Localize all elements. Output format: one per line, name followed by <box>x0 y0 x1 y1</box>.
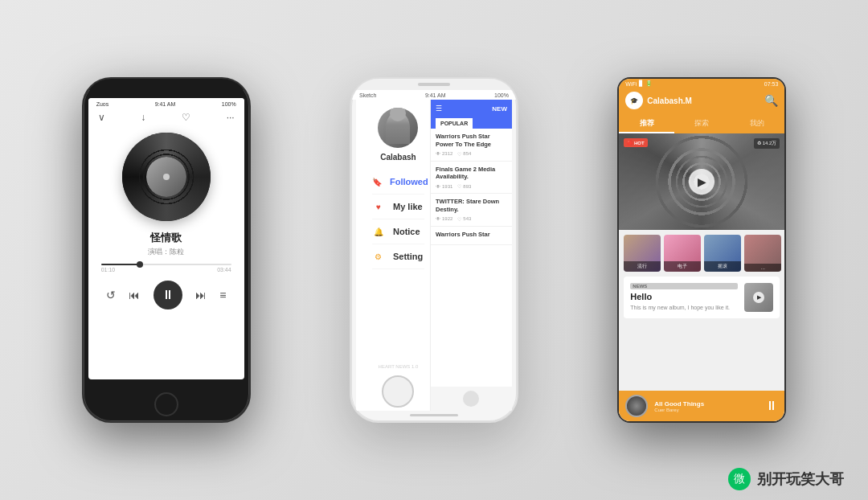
eye-icon: 👁 <box>436 151 440 156</box>
phone3-player-bar: All Good Things Cuer Barey ⏸ <box>619 391 784 421</box>
genre-thumb-2[interactable]: 电子 <box>664 235 701 272</box>
right-panel-footer <box>431 387 512 411</box>
prev-button[interactable]: ⏮ <box>129 289 140 301</box>
repeat-button[interactable]: ↺ <box>106 289 116 301</box>
followed-label: Followed <box>390 177 428 186</box>
phone2-right-panel: ☰ NEW POPULAR Warriors Push Star Power T… <box>430 100 512 411</box>
phone2-iphone-white: Sketch 9:41 AM 100% Calabash 🔖 <box>350 77 518 423</box>
chevron-down-icon[interactable]: ∨ <box>98 112 105 123</box>
news-card-title: Hello <box>630 292 738 302</box>
bookmark-icon: 🔖 <box>372 175 382 188</box>
wechat-icon: 微 <box>728 468 751 490</box>
genre-thumbnails: 流行 电子 摇滚 ... <box>619 235 784 272</box>
song-artist: 演唱：陈粒 <box>88 247 244 257</box>
phone2-time: 9:41 AM <box>425 92 446 98</box>
player-info: All Good Things Cuer Barey <box>654 400 759 412</box>
news-card-thumbnail[interactable]: ▶ <box>744 283 773 312</box>
nav-explore[interactable]: 探索 <box>674 116 730 133</box>
phone2-battery: 100% <box>494 92 509 98</box>
menu-item-notice[interactable]: 🔔 Notice <box>372 219 424 244</box>
phone3-content: ▶ 🔴 HOT ♻ 14.2万 流行 电子 摇 <box>619 133 784 421</box>
phone1-song-info: 怪情歌 演唱：陈粒 <box>88 227 244 262</box>
nav-mine[interactable]: 我的 <box>730 116 785 133</box>
popular-tab[interactable]: POPULAR <box>436 118 473 129</box>
next-button[interactable]: ⏭ <box>195 289 207 301</box>
more-icon[interactable]: ··· <box>227 112 235 123</box>
watermark-text: 别开玩笑大哥 <box>757 469 844 489</box>
vinyl-record <box>122 133 211 221</box>
news-item-4[interactable]: Warriors Push Star <box>431 227 512 246</box>
phone1-home-button[interactable] <box>154 392 178 416</box>
hot-badge: 🔴 HOT <box>624 138 647 147</box>
eye-icon: 👁 <box>436 184 440 189</box>
news-item-1[interactable]: Warriors Push Star Power To The Edge 👁23… <box>431 129 512 162</box>
news-item-2[interactable]: Finals Game 2 Media Availability. 👁1931 … <box>431 162 512 195</box>
eye-icon: 👁 <box>436 216 440 221</box>
phone3-screen: WiFi ▊ 🔋 07:53 🎓 Calabash.M 🔍 推荐 探索 我的 <box>619 79 784 421</box>
menu-item-setting[interactable]: ⚙ Setting <box>372 244 424 269</box>
nav-recommend[interactable]: 推荐 <box>619 116 674 133</box>
status-indicators: WiFi ▊ 🔋 <box>625 80 653 87</box>
vinyl-center-photo <box>146 157 186 197</box>
mylike-label: My like <box>393 202 423 211</box>
phone2-menu: 🔖 Followed ♥ My like 🔔 Notice ⚙ Setting <box>356 166 440 273</box>
phone1-battery: 100% <box>222 101 236 107</box>
player-pause-button[interactable]: ⏸ <box>765 399 778 413</box>
hero-video[interactable]: ▶ 🔴 HOT ♻ 14.2万 <box>619 133 784 230</box>
phone1-toolbar: ∨ ↓ ♡ ··· <box>88 109 244 126</box>
phone1-progress-area[interactable]: 01:10 03:44 <box>88 262 244 276</box>
phone3-status-bar: WiFi ▊ 🔋 07:53 <box>619 79 784 88</box>
genre-thumb-4[interactable]: ... <box>744 235 781 272</box>
phone3-nav: 推荐 探索 我的 <box>619 113 784 133</box>
phone2-profile-area: Calabash <box>356 100 440 166</box>
play-pause-button[interactable]: ⏸ <box>154 281 182 309</box>
phone2-speaker <box>418 83 450 86</box>
progress-fill <box>101 264 141 265</box>
time-total: 03:44 <box>217 267 231 273</box>
phone2-home-indicator <box>410 414 458 416</box>
progress-bar[interactable] <box>101 264 231 265</box>
heart-icon: ♡ <box>457 216 461 222</box>
menu-item-mylike[interactable]: ♥ My like <box>372 195 424 219</box>
notice-label: Notice <box>393 227 420 236</box>
news-list: Warriors Push Star Power To The Edge 👁23… <box>431 129 512 387</box>
right-panel-avatar <box>463 391 479 407</box>
phone1-notch <box>84 79 249 90</box>
news-play-button[interactable]: ▶ <box>753 292 764 303</box>
download-icon[interactable]: ↓ <box>141 112 145 123</box>
search-button[interactable]: 🔍 <box>764 94 778 107</box>
hero-play-button[interactable]: ▶ <box>689 169 714 195</box>
hamburger-icon[interactable]: ☰ <box>436 105 442 113</box>
time-current: 01:10 <box>101 267 116 273</box>
genre-thumb-3[interactable]: 摇滚 <box>704 235 741 272</box>
heart-icon: ♡ <box>457 151 461 157</box>
menu-item-followed[interactable]: 🔖 Followed <box>372 170 424 195</box>
profile-avatar <box>378 108 418 148</box>
phone2-carrier: Sketch <box>359 92 376 98</box>
player-artwork <box>625 395 648 417</box>
heart-icon[interactable]: ♡ <box>182 112 190 123</box>
watermark: 微 别开玩笑大哥 <box>728 468 844 490</box>
playlist-button[interactable]: ≡ <box>219 289 226 301</box>
phone1-screen: Zuos 9:41 AM 100% ∨ ↓ ♡ ··· <box>88 98 244 379</box>
user-name: Calabash.M <box>647 96 692 105</box>
phone1-controls: ↺ ⏮ ⏸ ⏭ ≡ <box>88 276 244 316</box>
right-panel-header: ☰ NEW POPULAR <box>431 100 512 129</box>
news-card-content: NEWS Hello This is my new album, I hope … <box>630 283 738 311</box>
time-display: 01:10 03:44 <box>101 267 231 273</box>
phone1-album-area <box>88 126 244 227</box>
bell-icon: 🔔 <box>372 225 385 238</box>
progress-dot[interactable] <box>137 261 143 268</box>
battery-icon: 🔋 <box>645 80 653 87</box>
phone1-iphone-black: Zuos 9:41 AM 100% ∨ ↓ ♡ ··· <box>82 77 251 423</box>
signal-icon: ▊ <box>639 80 643 87</box>
news-card-desc: This is my new album, I hope you like it… <box>630 304 738 311</box>
genre-thumb-1[interactable]: 流行 <box>624 235 661 272</box>
scene: Zuos 9:41 AM 100% ∨ ↓ ♡ ··· <box>0 0 868 500</box>
wifi-icon: WiFi <box>625 81 637 87</box>
song-title: 怪情歌 <box>88 231 244 245</box>
news-card[interactable]: NEWS Hello This is my new album, I hope … <box>624 277 780 318</box>
gear-icon: ⚙ <box>372 250 385 263</box>
setting-label: Setting <box>393 252 423 261</box>
news-item-3[interactable]: TWITTER: Stare Down Destiny. 👁1922 ♡543 <box>431 194 512 227</box>
